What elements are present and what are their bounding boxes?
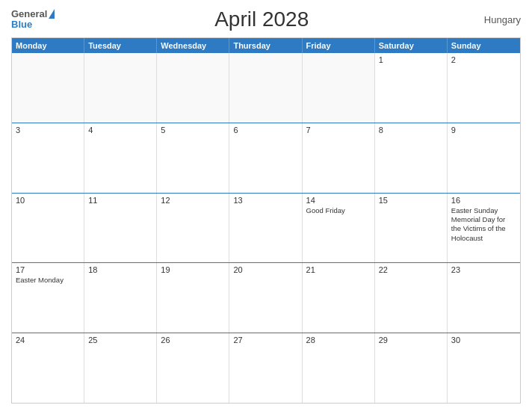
day-number: 28 xyxy=(306,336,371,344)
calendar-cell: 24 xyxy=(12,333,84,403)
day-number: 26 xyxy=(161,336,225,344)
day-number: 21 xyxy=(306,265,371,274)
calendar-week-1: 12 xyxy=(12,53,520,123)
day-number: 25 xyxy=(88,336,152,344)
calendar-cell: 19 xyxy=(157,263,229,333)
calendar-cell: 18 xyxy=(84,263,157,333)
calendar-cell: 1 xyxy=(375,53,448,123)
header-day-tuesday: Tuesday xyxy=(84,38,157,53)
calendar-cell: 16Easter SundayMemorial Day for the Vict… xyxy=(448,194,520,263)
calendar-cell: 27 xyxy=(229,333,302,403)
header-day-wednesday: Wednesday xyxy=(157,38,229,53)
day-number: 14 xyxy=(306,196,371,205)
calendar-cell: 8 xyxy=(375,123,448,193)
logo-triangle-icon xyxy=(49,9,55,19)
day-number: 20 xyxy=(233,265,297,274)
day-number: 13 xyxy=(233,196,297,205)
calendar-week-4: 17Easter Monday181920212223 xyxy=(12,262,520,333)
day-number: 18 xyxy=(88,265,152,274)
calendar-cell: 7 xyxy=(303,123,375,193)
calendar-cell: 21 xyxy=(303,263,375,333)
calendar-cell: 5 xyxy=(157,123,229,193)
day-number: 16 xyxy=(451,196,516,205)
day-number: 7 xyxy=(306,126,371,135)
header-day-monday: Monday xyxy=(12,38,84,53)
day-number: 22 xyxy=(379,265,443,274)
calendar-cell: 23 xyxy=(448,263,520,333)
calendar-cell xyxy=(157,53,229,123)
calendar-cell: 22 xyxy=(375,263,448,333)
day-number: 15 xyxy=(379,196,443,205)
calendar-cell: 9 xyxy=(448,123,520,193)
day-number: 5 xyxy=(161,126,225,135)
day-number: 17 xyxy=(16,265,80,274)
header-day-friday: Friday xyxy=(303,38,375,53)
calendar-cell: 26 xyxy=(157,333,229,403)
day-number: 12 xyxy=(161,196,225,205)
day-number: 10 xyxy=(16,196,80,205)
day-number: 11 xyxy=(88,196,152,205)
day-number: 23 xyxy=(451,265,516,274)
calendar-cell: 13 xyxy=(229,194,302,263)
calendar-cell: 28 xyxy=(303,333,375,403)
calendar-cell: 11 xyxy=(84,194,157,263)
header-day-saturday: Saturday xyxy=(375,38,448,53)
day-number: 29 xyxy=(379,336,443,344)
day-number: 6 xyxy=(233,126,297,135)
calendar-cell: 29 xyxy=(375,333,448,403)
calendar-cell: 10 xyxy=(12,194,84,263)
header-day-sunday: Sunday xyxy=(448,38,520,53)
calendar-cell: 15 xyxy=(375,194,448,263)
calendar-title: April 2028 xyxy=(55,7,468,31)
day-number: 19 xyxy=(161,265,225,274)
logo-blue-text: Blue xyxy=(11,19,32,30)
day-number: 8 xyxy=(379,126,443,135)
calendar-cell: 3 xyxy=(12,123,84,193)
calendar-cell xyxy=(84,53,157,123)
day-number: 9 xyxy=(451,126,516,135)
calendar-cell: 4 xyxy=(84,123,157,193)
calendar-week-5: 24252627282930 xyxy=(12,333,520,403)
header: General Blue April 2028 Hungary xyxy=(11,7,521,31)
day-number: 24 xyxy=(16,336,80,344)
page: General Blue April 2028 Hungary MondayTu… xyxy=(0,0,532,411)
calendar-cell: 2 xyxy=(448,53,520,123)
calendar-cell: 14Good Friday xyxy=(303,194,375,263)
day-number: 3 xyxy=(16,126,80,135)
calendar-cell xyxy=(303,53,375,123)
calendar-event: Easter Monday xyxy=(16,276,80,285)
calendar-cell: 30 xyxy=(448,333,520,403)
calendar-cell: 20 xyxy=(229,263,302,333)
calendar-week-3: 1011121314Good Friday1516Easter SundayMe… xyxy=(12,193,520,263)
calendar-cell: 25 xyxy=(84,333,157,403)
header-day-thursday: Thursday xyxy=(229,38,302,53)
calendar-week-2: 3456789 xyxy=(12,123,520,193)
calendar-cell: 6 xyxy=(229,123,302,193)
calendar-event: Good Friday xyxy=(306,206,371,215)
calendar-cell: 12 xyxy=(157,194,229,263)
logo-general-text: General xyxy=(11,9,47,19)
calendar: MondayTuesdayWednesdayThursdayFridaySatu… xyxy=(11,37,521,404)
calendar-cell xyxy=(229,53,302,123)
day-number: 1 xyxy=(379,55,443,64)
calendar-cell: 17Easter Monday xyxy=(12,263,84,333)
country-label: Hungary xyxy=(468,14,521,25)
calendar-header: MondayTuesdayWednesdayThursdayFridaySatu… xyxy=(12,38,520,53)
calendar-cell xyxy=(12,53,84,123)
logo: General Blue xyxy=(11,9,55,31)
calendar-event: Memorial Day for the Victims of the Holo… xyxy=(451,215,516,243)
calendar-event: Easter Sunday xyxy=(451,206,516,215)
calendar-body: 1234567891011121314Good Friday1516Easter… xyxy=(12,53,520,403)
day-number: 2 xyxy=(451,55,516,64)
day-number: 4 xyxy=(88,126,152,135)
day-number: 27 xyxy=(233,336,297,344)
day-number: 30 xyxy=(451,336,516,344)
